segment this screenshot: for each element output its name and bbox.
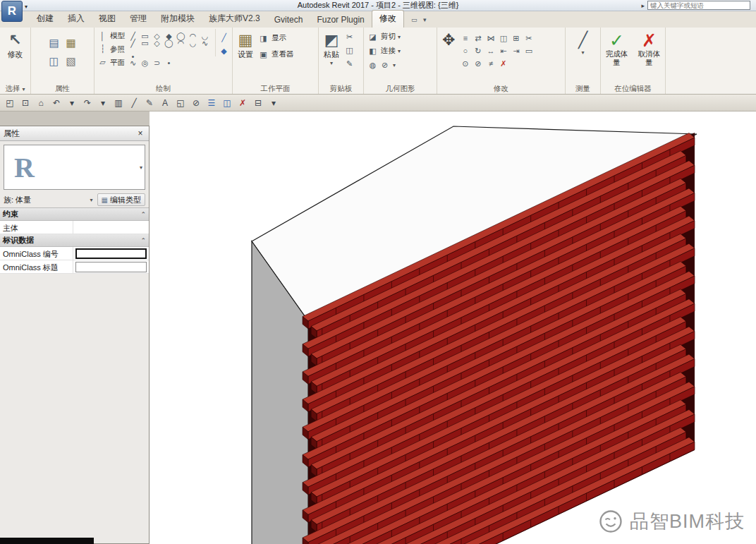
help-search-input[interactable] [647, 1, 750, 10]
home-icon[interactable]: ⌂ [34, 96, 48, 109]
tab-视图[interactable]: 视图 [92, 11, 123, 28]
undo-icon[interactable]: ↶ [49, 96, 63, 109]
default-3d-view-icon[interactable]: ◱ [173, 96, 188, 109]
ref-rectangle-tool-icon[interactable]: ▭ [139, 38, 151, 49]
edit-type-button[interactable]: ▦ 编辑类型 [97, 193, 145, 206]
host-value-cell[interactable] [73, 221, 149, 234]
tab-附加模块[interactable]: 附加模块 [154, 11, 202, 28]
paste-button[interactable]: ◩ 粘贴 ▾ [322, 30, 341, 68]
section-icon[interactable]: ⊘ [189, 96, 203, 109]
align-icon[interactable]: ≡ [459, 32, 471, 44]
collapse-icon[interactable]: ⌃ [140, 237, 146, 244]
show-work-plane-button[interactable]: ◨ 显示 [257, 31, 294, 45]
open-icon[interactable]: ◰ [3, 96, 17, 109]
mirror-pick-axis-icon[interactable]: ⋈ [484, 32, 496, 44]
cut-geometry-button[interactable]: ◪ 剪切 ▾ [367, 30, 401, 44]
rotate-center-icon[interactable]: ○ [459, 45, 471, 56]
measure-button[interactable]: ╱ ▾ [576, 30, 590, 57]
ref-fillet-arc-tool-icon[interactable]: ◡ [187, 38, 199, 49]
cancel-mass-button[interactable]: ✗ 取消体量 [636, 30, 663, 68]
tab-Gvitech[interactable]: Gvitech [267, 13, 310, 28]
point-tool-icon[interactable]: • [163, 57, 175, 68]
tab-修改[interactable]: 修改 [372, 10, 404, 28]
ref-arc-tool-icon[interactable]: ◠ [175, 38, 187, 49]
tab-创建[interactable]: 创建 [30, 11, 61, 28]
redo-icon[interactable]: ↷ [80, 96, 94, 109]
work-plane-viewer-button[interactable]: ▣ 查看器 [257, 47, 294, 61]
ref-circle-tool-icon[interactable]: ◯ [163, 38, 175, 49]
family-filter-combo[interactable]: 族: 体量 ▾ [4, 195, 94, 205]
collapse-icon[interactable]: ⌃ [140, 211, 146, 218]
partial-ellipse-tool-icon[interactable]: ⊃ [151, 58, 163, 69]
undo-dropdown-icon[interactable]: ▾ [65, 96, 79, 109]
ellipse-tool-icon[interactable]: ◎ [139, 58, 151, 69]
move-icon[interactable]: ↔ [484, 45, 496, 56]
ribbon-display-dropdown-icon[interactable]: ▾ [420, 16, 429, 24]
close-icon[interactable]: × [135, 128, 145, 138]
search-expand-icon[interactable]: ▸ [641, 2, 645, 9]
rotate-icon[interactable]: ↻ [472, 45, 484, 56]
3d-scene-canvas[interactable] [150, 111, 756, 544]
scale-icon[interactable]: ▭ [523, 45, 535, 56]
omniclass-title-input[interactable] [75, 262, 147, 272]
section-constraints[interactable]: 约束 ⌃ [0, 208, 149, 221]
properties-palette-header[interactable]: 属性 × [0, 126, 149, 141]
ref-line-tool-icon[interactable]: ╱ [127, 38, 139, 49]
pick-line-icon[interactable]: ╱ [218, 32, 230, 43]
redo-dropdown-icon[interactable]: ▾ [96, 96, 110, 109]
thin-lines-icon[interactable]: ☰ [205, 96, 219, 109]
split-with-gap-icon[interactable]: ≠ [484, 58, 496, 69]
array-icon[interactable]: ⊞ [510, 32, 522, 44]
application-menu-caret-icon[interactable]: ▾ [25, 4, 28, 10]
modify-tool-button[interactable]: ↖ 修改 [6, 30, 25, 61]
trim-icon[interactable]: ⇤ [497, 45, 509, 56]
move-big-button[interactable]: ✥ [440, 30, 457, 51]
tab-管理[interactable]: 管理 [123, 11, 154, 28]
pin-icon[interactable]: ⊙ [459, 58, 471, 69]
tag-icon[interactable]: ✎ [142, 96, 157, 109]
measure-icon[interactable]: ╱ [127, 96, 141, 109]
type-selector-caret-icon[interactable]: ▾ [140, 164, 142, 171]
visibility-settings-icon[interactable]: ▧ [63, 54, 79, 69]
print-icon[interactable]: ▥ [111, 96, 126, 109]
match-type-properties-icon[interactable]: ✎ [343, 58, 355, 69]
omniclass-number-input[interactable] [75, 248, 147, 259]
pick-point-icon[interactable]: ◆ [218, 45, 230, 56]
tab-插入[interactable]: 插入 [61, 11, 92, 28]
family-category-icon[interactable]: ▦ [63, 35, 79, 51]
section-identity-data[interactable]: 标识数据 ⌃ [0, 234, 149, 247]
extend-icon[interactable]: ⇥ [510, 45, 522, 56]
finish-mass-button[interactable]: ✓ 完成体量 [604, 30, 630, 68]
paint-icon[interactable]: ◍ [367, 59, 379, 71]
tab-族库大师V2.3[interactable]: 族库大师V2.3 [202, 11, 267, 28]
split-element-icon[interactable]: ✂ [523, 32, 535, 44]
close-inactive-windows-icon[interactable]: ✗ [236, 96, 250, 109]
offset-icon[interactable]: ⇄ [472, 32, 484, 44]
save-icon[interactable]: ⊡ [18, 96, 32, 109]
cancel-x-icon: ✗ [642, 31, 657, 49]
ribbon-display-icon[interactable]: ▭ [410, 16, 419, 24]
user-interface-icon[interactable]: ⊟ [251, 96, 265, 109]
text-icon[interactable]: A [158, 96, 172, 109]
application-menu-button[interactable]: R [1, 1, 23, 22]
split-face-icon[interactable]: ⊘ [379, 59, 391, 71]
join-geometry-icon: ◧ [367, 45, 379, 56]
ref-polygon-tool-icon[interactable]: ◇ [151, 38, 163, 49]
ref-spline-tool-icon[interactable]: ∿ [199, 38, 211, 49]
cut-to-clipboard-icon[interactable]: ✂ [343, 31, 355, 42]
spline-tool-icon[interactable]: ∿ [127, 58, 139, 69]
tab-Fuzor Plugin[interactable]: Fuzor Plugin [310, 13, 371, 28]
join-geometry-button[interactable]: ◧ 连接 ▾ [367, 44, 401, 58]
delete-icon[interactable]: ✗ [497, 58, 509, 69]
unpin-icon[interactable]: ⊘ [472, 58, 484, 69]
family-types-icon[interactable]: ◫ [47, 54, 62, 69]
set-work-plane-button[interactable]: ▦ 设置 [236, 30, 255, 61]
type-selector[interactable]: R ▾ [4, 145, 145, 190]
qat-dropdown-icon[interactable]: ▾ [267, 96, 281, 109]
copy-to-clipboard-icon[interactable]: ◫ [343, 44, 355, 56]
mirror-draw-axis-icon[interactable]: ◫ [497, 32, 509, 44]
switch-windows-icon[interactable]: ◫ [220, 96, 234, 109]
3d-viewport[interactable]: 品智BIM科技 [150, 111, 756, 544]
select-panel-label[interactable]: 选择 ▾ [0, 83, 30, 94]
properties-palette-icon[interactable]: ▤ [47, 35, 62, 51]
